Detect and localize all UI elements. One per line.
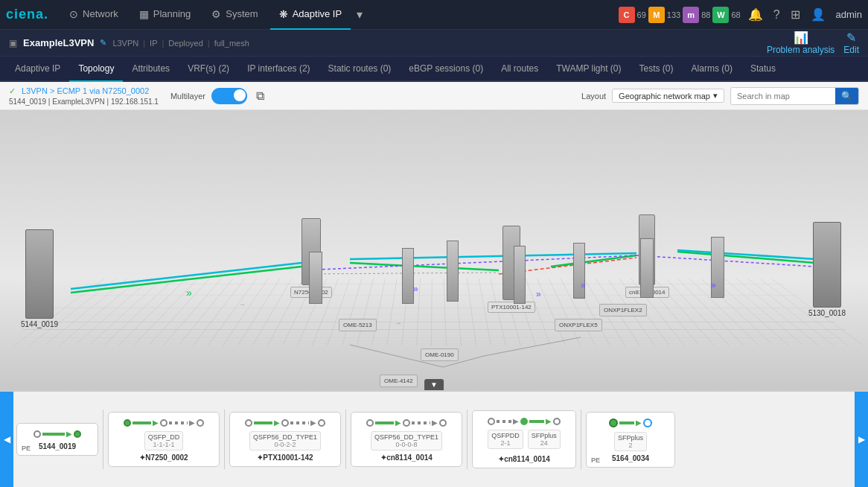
tab-twamp[interactable]: TWAMP light (0) [547,57,630,82]
multilayer-label: Multilayer [170,92,205,101]
topo-path-info: ✓ L3VPN > ECMP 1 via N7250_0002 5144_001… [9,86,159,106]
device-card-sfpplus-2: SFPplus 2 [614,432,647,451]
network-icon: ⊙ [69,8,78,20]
path-segment-4[interactable]: ▶ ▶ QSFP56_DD_TYPE1 0-0-0-8 ✦cn8114_0014 [351,412,462,467]
layers-icon[interactable]: ⧉ [256,89,264,103]
node-tower-mid1[interactable] [309,252,322,304]
path-arrow-5b: ▶ [546,417,552,425]
path-segment-5[interactable]: ▶ ▶ QSFPDD 2-1 SFPplus 24 ✦cn8 [472,410,576,468]
apps-icon[interactable]: ⊞ [788,4,803,25]
tab-ebgp[interactable]: eBGP sessions (0) [400,57,492,82]
nav-system[interactable]: ⚙ System [202,0,267,30]
path-dot-5b [520,418,528,425]
path-dot-5c [553,418,561,425]
node-ome-0190[interactable]: OME-0190 [421,348,459,361]
tab-vrf[interactable]: VRF(s) (2) [179,57,238,82]
breadcrumb-edit[interactable]: ✎ [100,38,106,48]
path-dot-4c [439,419,447,427]
problem-analysis-button[interactable]: 📊 Problem analysis [767,31,835,55]
topology-view[interactable]: 5144_0019 N7250_0002 PTX10001-142 cn8114… [0,110,868,390]
tab-ip-interfaces[interactable]: IP interfaces (2) [238,57,319,82]
path-segment-3[interactable]: ▶ ▶ QSFP56_DD_TYPE1 0-0-2-2 ✦PTX10001-14… [229,412,341,467]
search-input[interactable] [731,89,835,103]
badge-c[interactable]: C [619,7,635,23]
tab-topology[interactable]: Topology [69,57,123,82]
tab-bar: Adaptive IP Topology Attributes VRF(s) (… [0,57,868,82]
path-dot-5a [488,418,495,425]
search-button[interactable]: 🔍 [835,88,858,104]
tab-alarms[interactable]: Alarms (0) [683,57,741,82]
scroll-left-button[interactable]: ◀ [0,392,13,487]
device-name-5: SFPplus [532,432,557,439]
path-arrow-5a: ▶ [513,417,519,425]
tab-all-routes[interactable]: All routes [492,57,547,82]
nav-adaptive-ip[interactable]: ❋ Adaptive IP [270,0,351,30]
node-ptx10001-142[interactable]: PTX10001-142 [488,226,535,313]
path-dot-3c [318,419,325,427]
tab-attributes[interactable]: Attributes [123,57,179,82]
notifications-icon[interactable]: 🔔 [745,4,766,25]
path-arrow-4a: ▶ [395,418,401,427]
path-segment-2[interactable]: ▶ ▶ QSFP_DD 1-1-1-1 ✦N7250_0002 [108,412,220,467]
path-node-5164: 5164_0034 [612,454,649,462]
topology-toolbar: ✓ L3VPN > ECMP 1 via N7250_0002 5144_001… [0,82,868,110]
node-ome-4142[interactable]: OME-4142 [380,375,418,387]
scroll-right-button[interactable]: ▶ [855,392,868,487]
path-dot-6a [609,418,618,427]
layout-dropdown-icon: ▾ [713,91,718,101]
svg-line-13 [484,337,581,356]
path-line-5: ▶ ▶ [488,417,561,425]
path-node-5144-0019: 5144_0019 [39,442,76,451]
path-items: ▶ PE 5144_0019 ▶ ▶ QSF [13,407,855,471]
tab-adaptive-ip[interactable]: Adaptive IP [6,57,69,82]
user-icon[interactable]: 👤 [808,4,829,25]
device-card-sfpplus-1: SFPplus 24 [528,430,561,449]
arrow-indicator-3: » [711,280,716,290]
badge-mi[interactable]: m [683,7,699,23]
path-bar-6a [619,421,634,424]
path-segment-6[interactable]: ▶ SFPplus 2 PE 5164_0034 [586,412,675,468]
path-dot-4b [403,419,410,427]
badge-w-count: 68 [731,10,740,19]
nav-planning[interactable]: ▦ Planning [130,0,200,30]
node-onxp1flex2[interactable]: ONXP1FLEX2 [599,304,647,316]
pe-label-1: PE [22,445,31,452]
node-5130-0018[interactable]: 5130_0018 [808,222,846,317]
svg-line-4 [71,263,301,289]
badge-m[interactable]: M [648,7,665,23]
tab-static-routes[interactable]: Static routes (0) [319,57,401,82]
device-sub-3: 0-0-0-8 [374,441,438,448]
path-arrow-1: ▶ [66,430,72,438]
tag-full-mesh: full_mesh [214,39,249,48]
node-tower-mid3[interactable] [447,241,459,302]
node-tower-mid4[interactable] [514,246,526,304]
node-tower-mid6[interactable] [640,238,654,298]
tag-deployed: Deployed [168,39,202,48]
tab-tests[interactable]: Tests (0) [631,57,683,82]
node-5144-0019[interactable]: 5144_0019 [21,229,58,328]
layout-select-value: Geographic network map [619,92,710,101]
segment-divider-4 [467,410,467,469]
node-onxp1flex5[interactable]: ONXP1FLEX5 [555,319,602,331]
topo-path-sub: 5144_0019 | ExampleL3VPN | 192.168.151.1 [9,98,159,106]
multilayer-toggle[interactable]: On [211,88,247,104]
tab-status[interactable]: Status [741,57,785,82]
layout-select[interactable]: Geographic network map ▾ [612,89,724,103]
node-tower-mid2[interactable] [402,248,414,304]
segment-divider-2 [224,410,225,469]
help-icon[interactable]: ? [770,5,783,25]
edit-button[interactable]: ✎ Edit [843,31,859,55]
badge-w[interactable]: W [712,7,729,23]
nav-network[interactable]: ⊙ Network [60,0,127,30]
path-line-2: ▶ ▶ [124,418,204,427]
device-card-qsfp56-type1-1: QSFP56_DD_TYPE1 0-0-2-2 [249,431,321,451]
dropdown-arrow[interactable]: ▾ [354,4,366,25]
path-bar-2b [169,421,188,424]
path-segment-1[interactable]: ▶ PE 5144_0019 [16,423,98,456]
device-card-qsfp56-type1-2: QSFP56_DD_TYPE1 0-0-0-8 [371,431,442,451]
path-dot-3b [281,419,289,427]
nav-right: C 69 M 133 m 88 W 68 🔔 ? ⊞ 👤 admin [619,4,862,25]
node-ome-5213[interactable]: OME-5213 [339,319,377,331]
expand-handle[interactable]: ▼ [424,379,444,390]
device-name-3: QSFP56_DD_TYPE1 [374,433,438,441]
